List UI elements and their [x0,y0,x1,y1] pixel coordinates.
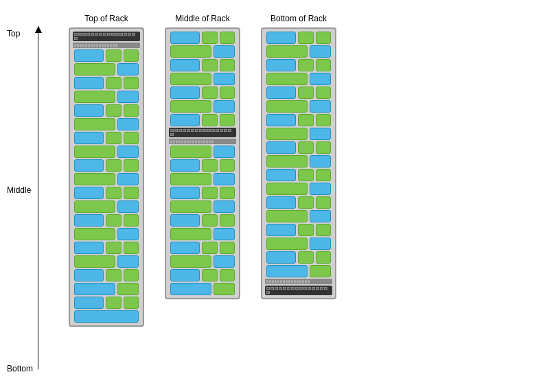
switch-port [82,33,86,36]
switch-port [111,33,115,36]
server-row [265,183,332,195]
server-row [73,255,140,268]
server-row [265,141,332,154]
server-row [73,283,140,295]
server-row [169,255,236,268]
switch-unit-bottom [265,286,332,295]
server-row [73,49,140,62]
server-row [265,196,332,209]
server-row [169,87,236,99]
server-row [73,297,140,309]
switch-port [132,33,135,36]
server-row [265,45,332,58]
server-row [265,32,332,44]
server-row [265,251,332,264]
middle-label: Middle [7,185,31,195]
server-row [73,214,140,227]
server-row [169,32,236,44]
switch-port [74,33,78,36]
server-row [265,73,332,85]
patch-panel-bottom [265,279,332,284]
server-row [73,187,140,199]
server-row [169,45,236,58]
server-row [73,63,140,76]
switch-port [78,33,82,36]
switch-port [128,33,131,36]
server-row [265,224,332,236]
switch-unit-top [73,32,140,41]
server-row [265,59,332,71]
server-row [169,114,236,126]
rack-title-bottom: Bottom of Rack [270,14,327,23]
server-row [265,238,332,250]
server-row [265,87,332,99]
bottom-label: Bottom [7,364,33,373]
top-label: Top [7,29,20,38]
server-row [169,269,236,281]
switch-unit-middle [169,128,236,137]
server-row [169,59,236,71]
switch-port [124,33,127,36]
server-row [265,210,332,222]
server-row [265,155,332,168]
server-row [73,310,140,323]
main-container: Top Middle Bottom Top of Rack [0,0,554,392]
axis: Top Middle Bottom [0,0,69,392]
switch-port [99,33,102,36]
server-row [73,91,140,103]
switch-port [74,37,78,40]
rack-bottom [261,27,336,299]
server-row [265,265,332,277]
server-row [73,146,140,158]
axis-arrow [38,26,38,369]
server-row [73,104,140,117]
server-row [265,128,332,140]
rack-middle [165,27,240,299]
server-row [169,242,236,254]
rack-title-top: Top of Rack [84,14,128,23]
server-row [73,228,140,240]
switch-port [91,33,94,36]
switch-port [103,33,106,36]
switch-port [86,33,90,36]
server-row [73,118,140,130]
server-row [73,242,140,254]
server-row [73,173,140,185]
server-row [169,146,236,158]
server-row [73,159,140,172]
server-row [169,200,236,213]
server-row [169,187,236,199]
racks-area: Top of Rack [69,14,336,327]
switch-port [115,33,119,36]
server-row [169,214,236,227]
server-row [265,169,332,181]
rack-title-middle: Middle of Rack [175,14,229,23]
server-row [169,173,236,185]
server-row [73,200,140,213]
server-row [73,132,140,144]
rack-column-bottom: Bottom of Rack [261,14,336,327]
rack-column-middle: Middle of Rack [165,14,240,327]
server-row [169,228,236,240]
server-row [265,114,332,126]
switch-port [107,33,111,36]
rack-top [69,27,144,327]
switch-port [95,33,98,36]
server-row [73,269,140,281]
patch-panel-middle [169,139,236,144]
server-row [169,100,236,113]
server-row [73,77,140,89]
server-row [169,283,236,295]
server-row [265,100,332,113]
patch-panel-1 [73,43,140,48]
switch-port [119,33,123,36]
server-row [169,73,236,85]
server-row [169,159,236,172]
rack-column-top: Top of Rack [69,14,144,327]
